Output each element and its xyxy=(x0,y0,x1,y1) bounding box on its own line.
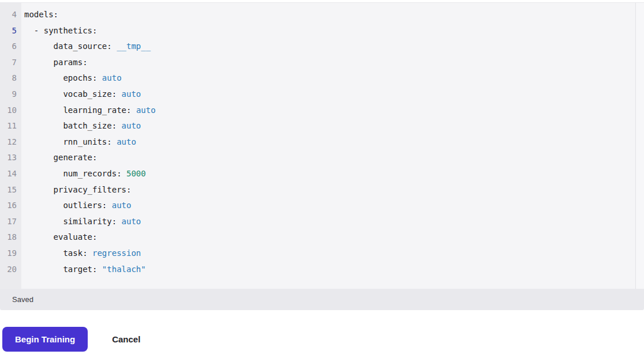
line-content: rnn_units: auto xyxy=(21,134,136,150)
save-status-text: Saved xyxy=(12,295,33,304)
code-line-9[interactable]: 9 vocab_size: auto xyxy=(0,86,635,103)
code-line-5[interactable]: 5 - synthetics: xyxy=(0,23,635,39)
cancel-button[interactable]: Cancel xyxy=(100,327,152,352)
line-content: vocab_size: auto xyxy=(21,86,141,103)
token-plain: vocab_size: xyxy=(24,89,122,99)
editor-scrollbar[interactable] xyxy=(635,3,644,289)
token-plain: evaluate: xyxy=(24,232,97,242)
token-value: auto xyxy=(117,137,136,146)
code-line-11[interactable]: 11 batch_size: auto xyxy=(0,118,635,134)
editor-status-bar: Saved xyxy=(0,289,644,310)
token-string: "thalach" xyxy=(102,265,146,274)
token-value: auto xyxy=(122,89,141,99)
line-content: batch_size: auto xyxy=(21,118,141,134)
line-number: 12 xyxy=(0,134,21,150)
token-number: 5000 xyxy=(126,169,146,178)
line-content: generate: xyxy=(21,150,97,166)
code-line-19[interactable]: 19 task: regression xyxy=(0,246,635,262)
line-number: 10 xyxy=(0,103,21,119)
code-line-16[interactable]: 16 outliers: auto xyxy=(0,198,635,214)
line-number: 16 xyxy=(0,198,21,214)
line-content: epochs: auto xyxy=(21,70,122,86)
token-plain: similarity: xyxy=(24,217,122,226)
token-plain: outliers: xyxy=(24,201,112,210)
line-number: 7 xyxy=(0,55,21,71)
line-number: 13 xyxy=(0,150,21,166)
line-number: 17 xyxy=(0,214,21,230)
line-content: similarity: auto xyxy=(21,214,141,230)
line-content: privacy_filters: xyxy=(21,182,131,198)
token-plain: rnn_units: xyxy=(24,137,117,146)
code-line-13[interactable]: 13 generate: xyxy=(0,150,635,166)
line-content: target: "thalach" xyxy=(21,262,146,278)
line-content: models: xyxy=(21,7,58,23)
token-plain: learning_rate: xyxy=(24,105,136,115)
token-plain: params: xyxy=(24,58,88,67)
token-plain: batch_size: xyxy=(24,121,122,130)
code-line-15[interactable]: 15 privacy_filters: xyxy=(0,182,635,198)
token-plain: generate: xyxy=(24,153,97,162)
line-number: 19 xyxy=(0,246,21,262)
line-number: 5 xyxy=(0,23,21,39)
line-number: 9 xyxy=(0,86,21,103)
token-value: auto xyxy=(122,121,141,130)
token-plain: privacy_filters: xyxy=(24,185,131,194)
token-plain: - synthetics: xyxy=(24,26,97,35)
action-buttons-row: Begin Training Cancel xyxy=(2,327,644,352)
token-plain: num_records: xyxy=(24,169,126,178)
token-plain: data_source: xyxy=(24,42,117,51)
line-number: 11 xyxy=(0,118,21,134)
token-value: regression xyxy=(92,248,141,258)
begin-training-button[interactable]: Begin Training xyxy=(2,327,88,352)
line-number: 8 xyxy=(0,70,21,86)
code-line-4[interactable]: 4models: xyxy=(0,7,635,23)
token-plain: epochs: xyxy=(24,73,102,82)
code-line-7[interactable]: 7 params: xyxy=(0,55,635,71)
code-line-14[interactable]: 14 num_records: 5000 xyxy=(0,166,635,182)
line-content: task: regression xyxy=(21,246,141,262)
line-number: 6 xyxy=(0,39,21,55)
code-line-18[interactable]: 18 evaluate: xyxy=(0,229,635,246)
token-value: auto xyxy=(136,105,156,115)
line-number: 20 xyxy=(0,262,21,278)
code-area[interactable]: 4models:5 - synthetics:6 data_source: __… xyxy=(0,3,635,289)
line-number: 14 xyxy=(0,166,21,182)
line-number: 15 xyxy=(0,182,21,198)
code-line-6[interactable]: 6 data_source: __tmp__ xyxy=(0,39,635,55)
token-plain: target: xyxy=(24,265,102,274)
yaml-config-editor[interactable]: 4models:5 - synthetics:6 data_source: __… xyxy=(0,2,644,289)
code-line-8[interactable]: 8 epochs: auto xyxy=(0,70,635,86)
line-number: 4 xyxy=(0,7,21,23)
line-content: data_source: __tmp__ xyxy=(21,39,151,55)
code-line-12[interactable]: 12 rnn_units: auto xyxy=(0,134,635,150)
token-value: auto xyxy=(122,217,141,226)
code-line-10[interactable]: 10 learning_rate: auto xyxy=(0,103,635,119)
token-value: auto xyxy=(102,73,122,82)
code-line-17[interactable]: 17 similarity: auto xyxy=(0,214,635,230)
line-content: num_records: 5000 xyxy=(21,166,146,182)
line-content: outliers: auto xyxy=(21,198,131,214)
line-number: 18 xyxy=(0,229,21,246)
line-content: params: xyxy=(21,55,88,71)
line-content: - synthetics: xyxy=(21,23,97,39)
token-plain: task: xyxy=(24,248,92,258)
token-value: __tmp__ xyxy=(117,42,151,51)
code-line-20[interactable]: 20 target: "thalach" xyxy=(0,262,635,278)
token-value: auto xyxy=(112,201,132,210)
line-content: evaluate: xyxy=(21,229,97,246)
token-plain: models: xyxy=(24,10,58,19)
line-content: learning_rate: auto xyxy=(21,103,156,119)
